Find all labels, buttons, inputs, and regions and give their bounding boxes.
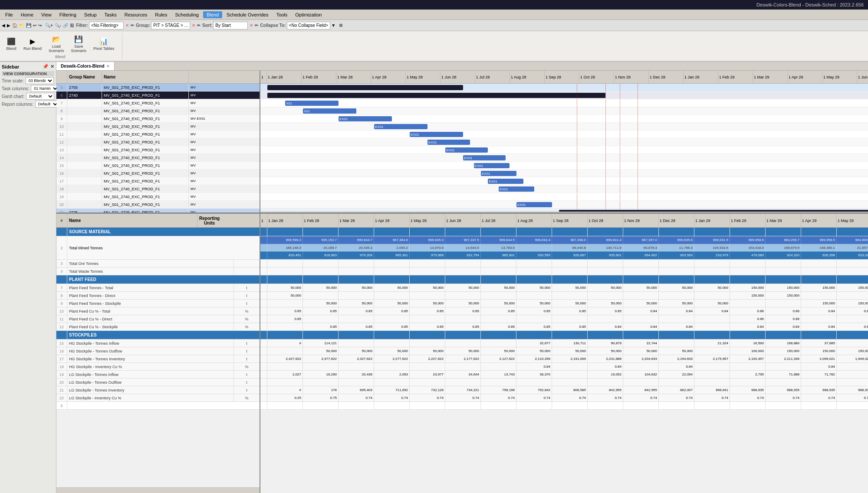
sort-clear-btn[interactable]: ✕ [249, 23, 254, 28]
sidebar-pin-icon[interactable]: 📌 [43, 64, 49, 69]
menu-home[interactable]: Home [17, 11, 37, 18]
report-columns-select[interactable]: Default [35, 101, 59, 108]
gantt-row[interactable]: 10MV_S01_2740_EXC_PROD_F1MV [56, 123, 260, 131]
menu-setup[interactable]: Setup [81, 11, 100, 18]
gantt-row-name: MV_S01_2740_EXC_PROD_F1 [102, 131, 189, 138]
gantt-row[interactable]: 11MV_S01_2740_EXC_PROD_F1MV [56, 131, 260, 138]
gantt-vline [638, 177, 638, 185]
gantt-row[interactable]: 9MV_S01_2740_EXC_PROD_F1MV EX01 [56, 115, 260, 123]
menu-optimization[interactable]: Optimization [292, 11, 325, 18]
filter-clear-btn[interactable]: ✕ [125, 23, 130, 28]
blend-tab[interactable]: Deswik-Colors-Blend ✕ [56, 62, 115, 70]
data-row-left[interactable]: PLANT FEED [56, 275, 260, 284]
gantt-row[interactable]: 212725MV_S01_2725_EXC_PROD_F1MV [56, 209, 260, 212]
data-row-left[interactable]: 15HG Stockpile - Tonnes Inflowt [56, 340, 260, 347]
nav-forward-icon[interactable]: ▶ [7, 23, 10, 28]
data-val-cell: 150,000 [837, 300, 868, 307]
gantt-hscrollbar[interactable] [260, 212, 868, 212]
group-value[interactable]: PIT > STAGE > ... [151, 22, 190, 29]
gantt-row[interactable]: 13MV_S01_2740_EXC_PROD_F1MV [56, 146, 260, 154]
data-row-left[interactable]: 7Plant Feed Tonnes - Totalt [56, 284, 260, 292]
gantt-row[interactable]: 18MV_S01_2740_EXC_PROD_F1MV [56, 185, 260, 193]
menu-scheduling[interactable]: Scheduling [171, 11, 202, 18]
sidebar-close-icon[interactable]: ✕ [50, 64, 54, 69]
pivot-tables-button[interactable]: 📊 Pivot Tables [91, 35, 117, 52]
gantt-row[interactable]: 8MV_S01_2740_EXC_PROD_F1MV [56, 107, 260, 115]
sort-edit-icon[interactable]: ✏ [255, 23, 258, 28]
menu-schedule-overrides[interactable]: Schedule Overrides [223, 11, 272, 18]
menu-file[interactable]: File [2, 11, 16, 18]
gantt-row[interactable]: 19MV_S01_2740_EXC_PROD_F1MV [56, 193, 260, 201]
menu-tasks[interactable]: Tasks [101, 11, 120, 18]
home-icon[interactable]: 🏠 [12, 23, 17, 28]
data-row-left[interactable]: 4Total Waste Tonnes [56, 268, 260, 275]
run-blend-button[interactable]: ▶ Run Blend [21, 35, 44, 52]
data-right-panel[interactable]: 1 1 Jan 28 1 Feb 28 1 Mar 28 1 Apr 28 1 … [260, 214, 868, 493]
group-edit-icon[interactable]: ✏ [197, 23, 201, 28]
collapse-value[interactable]: <No Collapse Field> [287, 22, 331, 29]
data-row-left[interactable]: 3Total Ore Tonnes [56, 260, 260, 268]
menu-filtering[interactable]: Filtering [56, 11, 80, 18]
data-row-left[interactable]: 10Plant Feed Cu % - Total% [56, 307, 260, 315]
filter-value[interactable]: <No Filtering> [89, 22, 124, 29]
data-row-left[interactable]: 20LG Stockpile - Tonnes Outflowt [56, 379, 260, 386]
gantt-row[interactable]: 7MV_S01_2740_EXC_PROD_F1MV [56, 99, 260, 107]
group-clear-btn[interactable]: ✕ [191, 23, 196, 28]
data-row-left[interactable]: 16HG Stockpile - Tonnes Outflowt [56, 347, 260, 355]
data-row-left[interactable]: 5 [56, 402, 260, 410]
data-row-left[interactable]: 18HG Stockpile - Inventory Cu %% [56, 363, 260, 371]
collapse-dropdown-icon[interactable]: ▼ [331, 23, 335, 28]
link-icon[interactable]: 🔗 [63, 23, 68, 28]
task-columns-select[interactable]: 01 Naming [31, 85, 59, 92]
gantt-row[interactable]: 52755MV_S01_2755_EXC_PROD_F1MV [56, 84, 260, 91]
link2-icon[interactable]: ⛓ [70, 23, 74, 28]
load-scenario-button[interactable]: 📂 LoadScenario [46, 33, 67, 54]
data-row-left[interactable]: 12Plant Feed Cu % - Stockpile% [56, 323, 260, 331]
data-left-scrollbar[interactable] [56, 487, 260, 493]
nav-back-icon[interactable]: ◀ [2, 23, 5, 28]
gantt-vline [620, 115, 620, 122]
data-val-cell: 988,935 [801, 386, 837, 394]
gantt-row[interactable]: 62740MV_S01_2740_EXC_PROD_F1MV [56, 91, 260, 99]
save-scenario-button[interactable]: 💾 SaveScenario [69, 33, 89, 54]
redo-icon[interactable]: ↪ [38, 23, 42, 28]
blend-button[interactable]: ⬛ Blend [3, 35, 19, 52]
sort-value[interactable]: By Start [213, 22, 248, 29]
data-row-left[interactable]: 9Plant Feed Tonnes - Stockpilet [56, 300, 260, 307]
data-row-left[interactable]: 2Total Mined Tonnes [56, 236, 260, 260]
data-row-left[interactable]: 22LG Stockpile - Inventory Cu %% [56, 394, 260, 402]
menu-rules[interactable]: Rules [151, 11, 171, 18]
undo-icon[interactable]: ↩ [33, 23, 36, 28]
blend-tab-close[interactable]: ✕ [106, 64, 110, 69]
data-row-left[interactable]: SOURCE MATERIAL [56, 228, 260, 236]
gantt-row[interactable]: 12MV_S01_2740_EXC_PROD_F1MV [56, 138, 260, 146]
data-val-cell [694, 315, 730, 323]
gantt-row[interactable]: 17MV_S01_2740_EXC_PROD_F1MV [56, 177, 260, 185]
gantt-row[interactable]: 15MV_S01_2740_EXC_PROD_F1MV [56, 162, 260, 170]
data-row-left[interactable]: 8Plant Feed Tonnes - Directt [56, 292, 260, 300]
data-val-cell [837, 228, 868, 236]
data-row-left[interactable]: 19LG Stockpile - Tonnes Inflowt [56, 371, 260, 379]
settings-icon[interactable]: ⚙ [339, 23, 343, 28]
menu-view[interactable]: View [38, 11, 55, 18]
time-scale-select[interactable]: 03 Blending [26, 77, 54, 84]
gantt-row[interactable]: 16MV_S01_2740_EXC_PROD_F1MV [56, 170, 260, 177]
menu-tools[interactable]: Tools [273, 11, 291, 18]
data-row-left[interactable]: 21LG Stockpile - Tonnes Inventoryt [56, 386, 260, 394]
gantt-chart-select[interactable]: Default [26, 93, 54, 100]
gantt-row-name: MV_S01_2740_EXC_PROD_F1 [102, 138, 189, 146]
gantt-row[interactable]: 20MV_S01_2740_EXC_PROD_F1MV [56, 201, 260, 209]
data-row-left[interactable]: 17HG Stockpile - Tonnes Inventoryt [56, 355, 260, 363]
save-icon[interactable]: 💾 [26, 23, 31, 28]
filter-edit-icon[interactable]: ✏ [131, 23, 134, 28]
zoom-in-icon[interactable]: 🔍+ [45, 23, 53, 28]
open-icon[interactable]: 📁 [19, 23, 24, 28]
menu-resources[interactable]: Resources [121, 11, 151, 18]
menu-blend[interactable]: Blend [203, 11, 222, 18]
data-val-cell [260, 260, 267, 267]
zoom-out-icon[interactable]: 🔍- [55, 23, 61, 28]
data-row-left[interactable]: STOCKPILES [56, 331, 260, 340]
data-row-left[interactable]: 11Plant Feed Cu % - Direct% [56, 315, 260, 323]
gantt-vline [577, 123, 577, 130]
gantt-row[interactable]: 14MV_S01_2740_EXC_PROD_F1MV [56, 154, 260, 162]
